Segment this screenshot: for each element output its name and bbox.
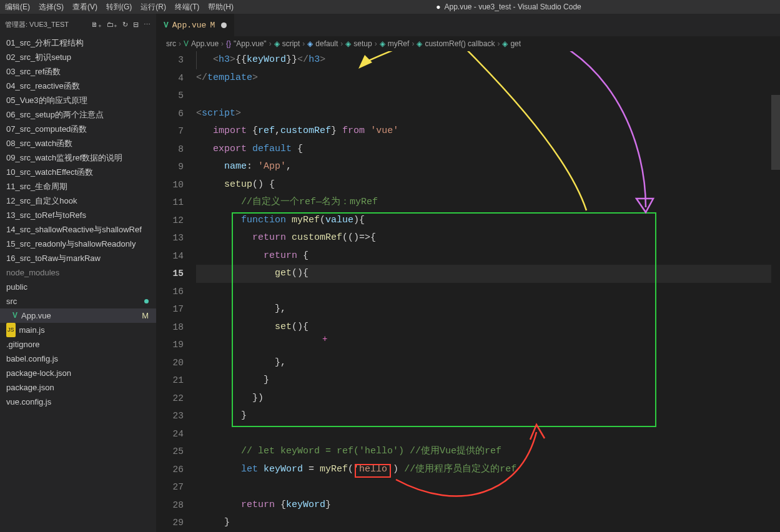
breadcrumb-item[interactable]: ◈customRef() callback [417, 39, 495, 48]
method-icon: ◈ [345, 39, 351, 48]
file-tree-item[interactable]: 13_src_toRef与toRefs [0, 208, 156, 222]
editor: V App.vue M src›VApp.vue›{}"App.vue"›◈sc… [156, 14, 780, 532]
line-number: 15 [156, 265, 184, 283]
code-area: 3456789101112131415161718192021222324252… [156, 51, 780, 532]
line-number: 26 [156, 461, 184, 479]
menu-edit[interactable]: 编辑(E) [5, 2, 30, 12]
breadcrumb-label: "App.vue" [234, 39, 267, 48]
file-label: 03_src_ref函数 [6, 64, 61, 79]
file-tree-item[interactable]: 12_src_自定义hook [0, 194, 156, 208]
menu-run[interactable]: 运行(R) [141, 2, 166, 12]
breadcrumb-item[interactable]: ◈myRef [380, 39, 410, 48]
file-tree-item[interactable]: 14_src_shallowReactive与shallowRef [0, 222, 156, 237]
chevron-right-icon: › [412, 39, 414, 48]
file-label: 01_src_分析工程结构 [6, 36, 84, 50]
tab-app-vue[interactable]: V App.vue M [156, 14, 235, 36]
file-tree-item[interactable]: babel.config.js [0, 352, 156, 366]
breadcrumb-label: setup [353, 39, 372, 48]
file-tree-item[interactable]: package-lock.json [0, 366, 156, 380]
menu-bar: 编辑(E) 选择(S) 查看(V) 转到(G) 运行(R) 终端(T) 帮助(H… [0, 0, 780, 14]
file-tree-item[interactable]: 02_src_初识setup [0, 50, 156, 64]
breadcrumb-label: customRef() callback [425, 39, 495, 48]
line-number: 9 [156, 158, 184, 176]
file-label: 12_src_自定义hook [6, 194, 77, 208]
file-tree-item[interactable]: 04_src_reactive函数 [0, 79, 156, 93]
file-label: 16_src_toRaw与markRaw [6, 251, 101, 265]
file-tree-item[interactable]: 06_src_setup的两个注意点 [0, 107, 156, 122]
file-label: App.vue [21, 308, 51, 323]
new-folder-icon[interactable]: 🗀₊ [107, 21, 117, 29]
file-tree-item[interactable]: package.json [0, 380, 156, 395]
file-tree-item[interactable]: 11_src_生命周期 [0, 179, 156, 194]
minimap[interactable] [771, 89, 780, 532]
refresh-icon[interactable]: ↻ [122, 21, 128, 29]
file-label: 08_src_watch函数 [6, 136, 72, 150]
file-tree-item[interactable]: 15_src_readonly与shallowReadonly [0, 237, 156, 251]
file-label: 02_src_初识setup [6, 50, 71, 64]
file-tree-item[interactable]: 01_src_分析工程结构 [0, 36, 156, 50]
file-tree-item[interactable]: JSmain.js [0, 323, 156, 337]
file-tree-item[interactable]: vue.config.js [0, 395, 156, 409]
file-tree-item[interactable]: public [0, 280, 156, 294]
file-label: 05_Vue3的响应式原理 [6, 93, 87, 107]
menu-terminal[interactable]: 终端(T) [175, 2, 199, 12]
file-label: package.json [6, 380, 54, 395]
file-tree-item[interactable]: .gitignore [0, 337, 156, 352]
breadcrumb-item[interactable]: ◈get [502, 39, 521, 48]
tab-label: App.vue [172, 21, 207, 30]
method-icon: ◈ [502, 39, 508, 48]
menu-help[interactable]: 帮助(H) [208, 2, 234, 12]
breadcrumb-item[interactable]: VApp.vue [184, 39, 219, 48]
file-tree-item[interactable]: 16_src_toRaw与markRaw [0, 251, 156, 265]
breadcrumb-label: src [166, 39, 176, 48]
file-tree-item[interactable]: src [0, 294, 156, 308]
code-content[interactable]: <h3>{{keyWord}}</h3> </template> <script… [196, 51, 780, 532]
line-number: 23 [156, 407, 184, 425]
file-tree-item[interactable]: 10_src_watchEffect函数 [0, 165, 156, 179]
file-tree-item[interactable]: 08_src_watch函数 [0, 136, 156, 150]
file-tree-item[interactable]: 05_Vue3的响应式原理 [0, 93, 156, 107]
breadcrumb-item[interactable]: ◈default [307, 39, 338, 48]
method-icon: ◈ [380, 39, 385, 48]
file-label: 11_src_生命周期 [6, 179, 67, 194]
file-label: 15_src_readonly与shallowReadonly [6, 237, 136, 251]
menu-select[interactable]: 选择(S) [39, 2, 64, 12]
file-tree-item[interactable]: node_modules [0, 265, 156, 280]
file-tree-item[interactable]: 07_src_computed函数 [0, 122, 156, 136]
chevron-right-icon: › [179, 39, 181, 48]
explorer-title: 管理器: VUE3_TEST [5, 20, 86, 29]
line-number: 18 [156, 318, 184, 337]
line-number: 6 [156, 105, 184, 123]
menu-goto[interactable]: 转到(G) [106, 2, 132, 12]
tab-unsaved-icon[interactable] [221, 22, 227, 28]
line-number: 14 [156, 247, 184, 265]
collapse-icon[interactable]: ⊟ [133, 21, 139, 29]
brace-icon: {} [226, 39, 231, 48]
file-label: package-lock.json [6, 366, 71, 380]
file-tree-item[interactable]: 03_src_ref函数 [0, 64, 156, 79]
breadcrumb-item[interactable]: {}"App.vue" [226, 39, 267, 48]
file-tree-item[interactable]: 09_src_watch监视ref数据的说明 [0, 150, 156, 165]
file-label: .gitignore [6, 337, 39, 352]
tab-bar: V App.vue M [156, 14, 780, 36]
file-label: 04_src_reactive函数 [6, 79, 80, 93]
line-gutter: 3456789101112131415161718192021222324252… [156, 51, 196, 532]
breadcrumb-item[interactable]: ◈script [274, 39, 300, 48]
file-label: main.js [19, 323, 45, 337]
file-label: vue.config.js [6, 395, 51, 409]
method-icon: ◈ [274, 39, 280, 48]
vue-icon: V [12, 308, 17, 323]
file-label: 13_src_toRef与toRefs [6, 208, 86, 222]
breadcrumb[interactable]: src›VApp.vue›{}"App.vue"›◈script›◈defaul… [156, 36, 780, 51]
file-tree-item[interactable]: VApp.vueM [0, 308, 156, 323]
line-number: 25 [156, 443, 184, 461]
new-file-icon[interactable]: 🗎₊ [91, 21, 102, 29]
line-number: 20 [156, 354, 184, 372]
menu-view[interactable]: 查看(V) [72, 2, 97, 12]
breadcrumb-item[interactable]: ◈setup [345, 39, 372, 48]
breadcrumb-item[interactable]: src [166, 39, 176, 48]
line-number: 22 [156, 390, 184, 408]
method-icon: ◈ [417, 39, 422, 48]
js-icon: JS [6, 323, 16, 337]
more-icon[interactable]: ⋯ [144, 21, 151, 29]
